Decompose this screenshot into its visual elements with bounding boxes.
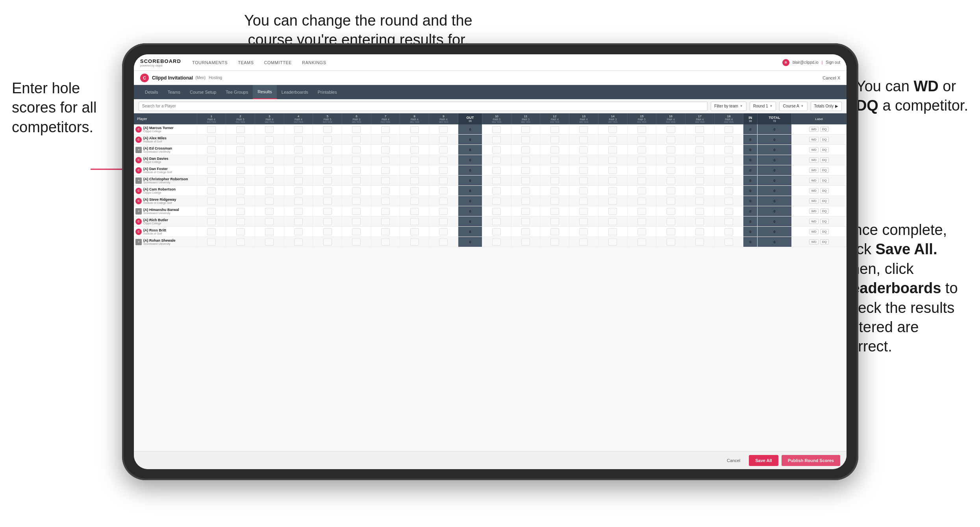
score-input[interactable] <box>579 198 588 205</box>
score-input[interactable] <box>492 187 501 194</box>
score-input[interactable] <box>410 157 419 164</box>
score-input[interactable] <box>265 157 274 164</box>
score-input[interactable] <box>608 239 617 246</box>
score-input[interactable] <box>352 167 361 174</box>
wd-button[interactable]: WD <box>809 168 818 173</box>
score-input[interactable] <box>381 239 390 246</box>
score-input[interactable] <box>207 157 216 164</box>
score-input-cell[interactable] <box>569 186 598 196</box>
score-input-cell[interactable] <box>714 186 743 196</box>
score-input-cell[interactable] <box>197 165 226 176</box>
score-input-cell[interactable] <box>569 165 598 176</box>
score-input-cell[interactable] <box>685 196 714 206</box>
score-input[interactable] <box>439 218 448 225</box>
score-input[interactable] <box>439 177 448 184</box>
score-input-cell[interactable] <box>371 145 400 155</box>
score-input-cell[interactable] <box>540 206 569 216</box>
dq-button[interactable]: DQ <box>820 198 829 203</box>
score-input[interactable] <box>550 239 559 246</box>
score-input-cell[interactable] <box>511 155 540 165</box>
score-input-cell[interactable] <box>685 176 714 186</box>
score-input[interactable] <box>236 126 245 133</box>
score-input[interactable] <box>439 146 448 153</box>
score-input[interactable] <box>695 177 704 184</box>
score-input-cell[interactable] <box>482 176 511 186</box>
score-input[interactable] <box>207 198 216 205</box>
score-input-cell[interactable] <box>226 227 255 237</box>
score-input-cell[interactable] <box>482 186 511 196</box>
score-input-cell[interactable] <box>482 124 511 135</box>
score-input[interactable] <box>323 136 332 143</box>
score-input-cell[interactable] <box>284 196 313 206</box>
score-input[interactable] <box>265 167 274 174</box>
score-input-cell[interactable] <box>226 124 255 135</box>
score-input[interactable] <box>381 146 390 153</box>
score-input[interactable] <box>352 198 361 205</box>
score-input-cell[interactable] <box>598 196 627 206</box>
score-input-cell[interactable] <box>284 206 313 216</box>
score-input-cell[interactable] <box>255 206 284 216</box>
score-input[interactable] <box>667 228 675 235</box>
score-input[interactable] <box>352 218 361 225</box>
score-input-cell[interactable] <box>284 145 313 155</box>
score-input[interactable] <box>521 239 530 246</box>
score-input[interactable] <box>294 198 303 205</box>
score-input-cell[interactable] <box>400 196 429 206</box>
score-input-cell[interactable] <box>371 186 400 196</box>
score-input-cell[interactable] <box>429 165 458 176</box>
wd-button[interactable]: WD <box>809 178 818 183</box>
dq-button[interactable]: DQ <box>820 127 829 132</box>
score-input[interactable] <box>352 126 361 133</box>
wd-button[interactable]: WD <box>809 239 818 244</box>
score-input[interactable] <box>410 146 419 153</box>
score-input[interactable] <box>236 208 245 215</box>
score-input-cell[interactable] <box>540 165 569 176</box>
score-input[interactable] <box>637 167 646 174</box>
score-input-cell[interactable] <box>226 216 255 227</box>
wd-button[interactable]: WD <box>809 147 818 152</box>
score-input[interactable] <box>265 136 274 143</box>
score-input[interactable] <box>695 198 704 205</box>
tab-results[interactable]: Results <box>253 85 277 99</box>
score-input-cell[interactable] <box>342 155 371 165</box>
score-input-cell[interactable] <box>371 155 400 165</box>
score-input-cell[interactable] <box>400 165 429 176</box>
score-input[interactable] <box>521 208 530 215</box>
score-input[interactable] <box>608 187 617 194</box>
score-input-cell[interactable] <box>429 196 458 206</box>
score-input[interactable] <box>294 146 303 153</box>
score-input[interactable] <box>637 136 646 143</box>
dq-button[interactable]: DQ <box>820 168 829 173</box>
score-input-cell[interactable] <box>342 227 371 237</box>
score-input-cell[interactable] <box>511 124 540 135</box>
score-input-cell[interactable] <box>429 176 458 186</box>
score-input-cell[interactable] <box>197 237 226 247</box>
score-input[interactable] <box>439 198 448 205</box>
score-input[interactable] <box>294 187 303 194</box>
dq-button[interactable]: DQ <box>820 219 829 224</box>
score-input-cell[interactable] <box>226 196 255 206</box>
score-input-cell[interactable] <box>342 176 371 186</box>
score-input[interactable] <box>352 208 361 215</box>
score-input[interactable] <box>492 126 501 133</box>
score-input[interactable] <box>521 167 530 174</box>
score-input-cell[interactable] <box>598 237 627 247</box>
score-input[interactable] <box>695 167 704 174</box>
score-input-cell[interactable] <box>511 227 540 237</box>
score-input[interactable] <box>521 146 530 153</box>
score-input[interactable] <box>724 146 733 153</box>
score-input[interactable] <box>323 126 332 133</box>
score-input[interactable] <box>492 239 501 246</box>
score-input[interactable] <box>323 218 332 225</box>
score-input[interactable] <box>265 198 274 205</box>
score-input[interactable] <box>265 187 274 194</box>
score-input-cell[interactable] <box>482 206 511 216</box>
score-input-cell[interactable] <box>656 216 685 227</box>
search-input[interactable] <box>139 102 708 111</box>
score-input-cell[interactable] <box>598 227 627 237</box>
score-input[interactable] <box>637 218 646 225</box>
score-input-cell[interactable] <box>569 216 598 227</box>
score-input[interactable] <box>381 198 390 205</box>
dq-button[interactable]: DQ <box>820 157 829 163</box>
score-input-cell[interactable] <box>400 176 429 186</box>
